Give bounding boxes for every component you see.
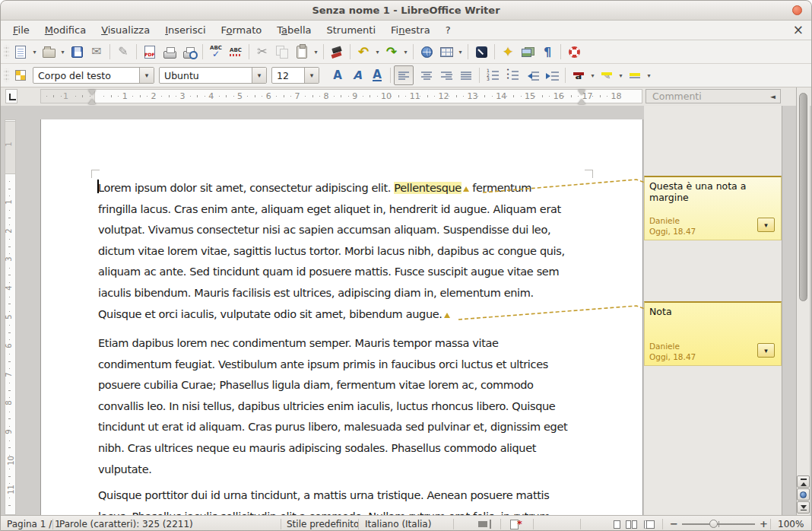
scrollbar-thumb[interactable]	[799, 93, 807, 301]
font-size-combo[interactable]: 12 ▾	[271, 67, 319, 84]
zoom-in-icon[interactable]: +	[760, 518, 768, 529]
print-preview-button[interactable]	[179, 42, 199, 62]
paragraph-style-combo[interactable]: Corpo del testo ▾	[33, 67, 154, 84]
clone-formatting-button[interactable]	[327, 42, 347, 62]
new-document-dropdown[interactable]: ▾	[30, 42, 39, 62]
toolbar-drag-handle[interactable]	[4, 45, 9, 59]
status-word-count[interactable]: Parole (caratteri): 325 (2211)	[59, 519, 193, 529]
comment-text[interactable]: Questa è una nota a margine	[649, 180, 776, 203]
status-page-style[interactable]: Stile predefinito	[287, 519, 359, 529]
paste-dropdown[interactable]: ▾	[312, 42, 320, 62]
help-button[interactable]	[564, 42, 584, 62]
right-indent-marker[interactable]	[578, 95, 585, 104]
numbered-list-button[interactable]	[483, 65, 503, 85]
text-line[interactable]: tincidunt ut erat id aliquam. Cras purus…	[98, 417, 609, 438]
menu-item-finestra[interactable]: Finestra	[383, 22, 438, 38]
undo-button[interactable]: ↶	[354, 42, 373, 62]
text-line[interactable]: Etiam dapibus lorem nec condimentum semp…	[98, 333, 609, 355]
comments-ruler-header[interactable]: Commenti ◄	[645, 89, 781, 103]
text-line[interactable]: nibh. Cras ultrices neque eu mauris adip…	[98, 438, 609, 459]
book-view-icon[interactable]	[644, 520, 655, 529]
formatting-marks-button[interactable]: ¶	[538, 42, 557, 62]
gallery-button[interactable]	[518, 42, 538, 62]
insert-mode-icon[interactable]	[478, 521, 487, 527]
tab-stop-type-selector[interactable]	[5, 89, 17, 103]
font-color-dropdown[interactable]: ▾	[588, 65, 597, 85]
paragraph-1[interactable]: Lorem ipsum dolor sit amet, consectetur …	[98, 178, 609, 325]
menu-item-help[interactable]: ?	[438, 22, 458, 38]
redo-button[interactable]: ↷	[382, 42, 401, 62]
navigation-button[interactable]	[797, 488, 810, 501]
font-color-button[interactable]: a	[569, 65, 588, 85]
auto-spellcheck-button[interactable]: ABC	[226, 42, 246, 62]
hyperlink-button[interactable]	[417, 42, 436, 62]
comment-highlighted-text[interactable]: Pellentesque	[394, 182, 462, 194]
paragraph-2[interactable]: Etiam dapibus lorem nec condimentum semp…	[98, 333, 609, 480]
sidebar-button[interactable]	[11, 65, 30, 85]
window-close-button[interactable]	[792, 5, 802, 15]
save-button[interactable]	[67, 42, 87, 62]
collapse-comments-icon[interactable]: ◄	[770, 93, 780, 100]
menu-item-modifica[interactable]: Modifica	[37, 22, 94, 38]
text-line[interactable]: vulputate.	[98, 459, 609, 481]
underline-button[interactable]: A	[367, 65, 387, 85]
zoom-out-icon[interactable]: −	[670, 518, 678, 529]
vertical-scrollbar[interactable]	[796, 87, 810, 515]
export-pdf-button[interactable]: PDF	[140, 42, 160, 62]
comment-1[interactable]: Questa è una nota a margine Daniele Oggi…	[644, 176, 782, 240]
redo-dropdown[interactable]: ▾	[401, 42, 410, 62]
show-draw-functions-button[interactable]	[471, 42, 491, 62]
text-line[interactable]: fringilla lacus. Cras enim ante, aliquam…	[98, 199, 609, 221]
menu-item-visualizza[interactable]: Visualizza	[94, 22, 157, 38]
paste-button[interactable]	[292, 42, 312, 62]
bold-button[interactable]: A	[328, 65, 347, 85]
zoom-percentage[interactable]: 100%	[778, 519, 804, 529]
menu-item-strumenti[interactable]: Strumenti	[319, 22, 384, 38]
font-name-combo[interactable]: Ubuntu ▾	[159, 67, 267, 84]
copy-button[interactable]	[272, 42, 292, 62]
text-line[interactable]: aliquam ac ante. Sed tincidunt quam id p…	[98, 262, 609, 283]
text-line[interactable]: volutpat. Vivamus consectetur nisi ac sa…	[98, 220, 609, 241]
undo-dropdown[interactable]: ▾	[373, 42, 382, 62]
status-language[interactable]: Italiano (Italia)	[365, 519, 431, 529]
align-left-button-active[interactable]	[394, 65, 414, 85]
comment-text[interactable]: Nota	[649, 306, 776, 317]
cut-button[interactable]: ✂	[252, 42, 272, 62]
menu-item-inserisci[interactable]: Inserisci	[157, 22, 213, 38]
insert-table-dropdown[interactable]: ▾	[456, 42, 465, 62]
open-dropdown[interactable]: ▾	[59, 42, 67, 62]
background-color-button[interactable]	[625, 65, 645, 85]
comment-menu-button[interactable]: ▾	[757, 218, 775, 232]
text-line[interactable]: iaculis bibendum. Mauris facilisis est u…	[98, 283, 609, 304]
zoom-slider-thumb[interactable]	[709, 520, 718, 528]
page[interactable]: Lorem ipsum dolor sit amet, consectetur …	[40, 119, 643, 515]
previous-page-button[interactable]	[797, 475, 810, 488]
italic-button[interactable]: A	[347, 65, 367, 85]
left-indent-marker[interactable]	[88, 95, 96, 104]
navigator-button[interactable]: ✦	[498, 42, 518, 62]
horizontal-ruler[interactable]: 1 123456789101112131415161718	[40, 89, 642, 103]
comment-anchor-icon[interactable]	[463, 183, 469, 192]
text-line[interactable]: Quisque porttitor dui id urna tincidunt,…	[98, 485, 609, 507]
paragraph-3[interactable]: Quisque porttitor dui id urna tincidunt,…	[98, 485, 609, 515]
increase-indent-button[interactable]	[542, 65, 562, 85]
text-line[interactable]: dictum vitae lorem vitae, sagittis luctu…	[98, 241, 609, 262]
background-color-dropdown[interactable]: ▾	[645, 65, 653, 85]
edit-mode-button[interactable]: ✎	[113, 42, 133, 62]
font-size-dropdown[interactable]: ▾	[304, 68, 319, 83]
menu-item-file[interactable]: File	[5, 22, 37, 38]
titlebar[interactable]: Senza nome 1 - LibreOffice Writer	[1, 1, 811, 21]
multi-page-view-icon-left[interactable]	[626, 520, 631, 529]
text-line[interactable]: lacus. Phasellus iaculis sollicitudin el…	[98, 507, 609, 515]
justify-button[interactable]	[456, 65, 476, 85]
email-button[interactable]: ✉	[87, 42, 106, 62]
bullet-list-button[interactable]	[503, 65, 522, 85]
comment-anchor-icon[interactable]	[444, 310, 450, 318]
single-page-view-icon[interactable]	[614, 520, 620, 529]
next-page-button[interactable]	[797, 501, 810, 514]
decrease-indent-button[interactable]	[522, 65, 542, 85]
highlight-color-button[interactable]: ✎	[597, 65, 617, 85]
highlight-color-dropdown[interactable]: ▾	[617, 65, 625, 85]
document-close-icon[interactable]: ×	[793, 22, 804, 37]
text-line[interactable]: condimentum feugiat. Vestibulum ante ips…	[98, 355, 609, 376]
